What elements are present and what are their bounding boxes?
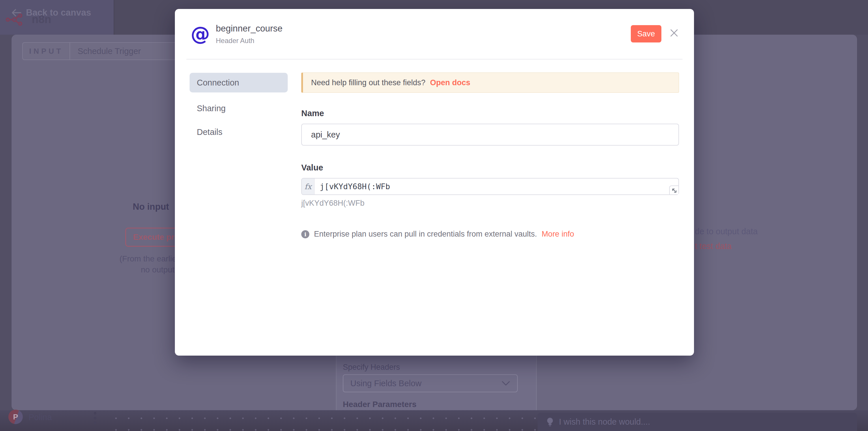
input-panel-label: INPUT: [23, 43, 70, 59]
expand-arrow-icon: [671, 188, 677, 193]
specify-headers-label: Specify Headers: [343, 363, 400, 372]
save-button[interactable]: Save: [631, 25, 661, 42]
value-field-label: Value: [301, 163, 323, 172]
credential-edit-modal: @ beginner_course Header Auth Save Conne…: [175, 9, 694, 355]
name-field-label: Name: [301, 109, 324, 118]
name-field-input[interactable]: [301, 124, 679, 146]
expression-fx-toggle[interactable]: fx: [302, 178, 314, 194]
modal-header-divider: [186, 59, 682, 59]
value-preview-text: j[vKYdY68H(:WFb: [301, 199, 365, 208]
chevron-down-icon: [501, 381, 510, 386]
n8n-logo: n8n: [6, 13, 51, 26]
more-info-link[interactable]: More info: [541, 230, 574, 239]
user-avatar: P: [8, 410, 23, 424]
specify-headers-value: Using Fields Below: [350, 379, 422, 388]
user-name-label: Polina: [29, 412, 52, 422]
specify-headers-select: Using Fields Below: [343, 374, 518, 392]
value-field-row: fx: [301, 178, 679, 195]
output-hint-text: de to output data: [695, 227, 758, 236]
n8n-logo-icon: [6, 13, 28, 26]
help-banner-text: Need help filling out these fields?: [311, 78, 425, 87]
output-test-data-link: t test data: [695, 241, 732, 251]
close-icon: [670, 29, 678, 37]
help-banner: Need help filling out these fields? Open…: [301, 73, 679, 93]
tab-details[interactable]: Details: [190, 122, 288, 142]
credential-name-title[interactable]: beginner_course: [216, 23, 282, 34]
credential-type-subtitle: Header Auth: [216, 37, 254, 45]
header-parameters-label: Header Parameters: [343, 400, 416, 409]
close-button[interactable]: [668, 27, 680, 39]
input-source-selector: INPUT Schedule Trigger: [22, 42, 184, 60]
lightbulb-icon: [546, 417, 554, 427]
enterprise-info-text: Enterprise plan users can pull in creden…: [314, 230, 537, 239]
n8n-logo-text: n8n: [32, 13, 51, 26]
input-source-value: Schedule Trigger: [70, 47, 148, 56]
enterprise-info-row: i Enterprise plan users can pull in cred…: [301, 230, 574, 239]
open-docs-link[interactable]: Open docs: [430, 78, 470, 87]
expand-expression-button[interactable]: [669, 185, 678, 194]
node-feedback-bar: I wish this node would....: [537, 413, 857, 431]
node-feedback-placeholder: I wish this node would....: [559, 417, 650, 427]
top-bar-divider: [114, 0, 114, 35]
credential-type-icon: @: [189, 22, 212, 45]
input-hint-line-1: (From the earlies: [120, 254, 176, 263]
no-input-title: No input: [133, 202, 175, 212]
user-menu-kebab-icon: [93, 412, 97, 424]
tab-connection[interactable]: Connection: [190, 73, 288, 92]
info-icon: i: [301, 230, 309, 238]
value-field-input[interactable]: [314, 178, 678, 194]
input-hint-line-2: no output: [141, 265, 176, 275]
tab-sharing[interactable]: Sharing: [190, 98, 288, 118]
